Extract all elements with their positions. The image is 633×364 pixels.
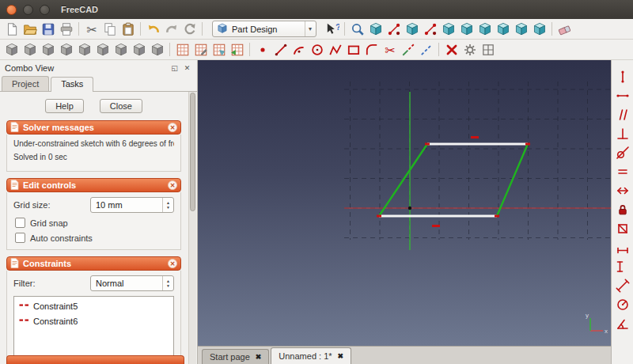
constrain-block-icon[interactable] (614, 220, 631, 237)
feature-chamfer-icon[interactable] (93, 40, 112, 59)
workbench-selector[interactable]: Part Design ▾ (212, 21, 316, 37)
copy-icon[interactable] (100, 20, 119, 38)
feature-mirror-icon[interactable] (130, 40, 148, 59)
constrain-horizontal-icon[interactable] (614, 87, 631, 104)
sketch-leave-icon[interactable] (228, 40, 246, 59)
refresh-icon[interactable] (180, 20, 199, 38)
feature-pocket-icon[interactable] (21, 40, 39, 59)
sketch-map-icon[interactable] (210, 40, 228, 59)
constraint-list-item[interactable]: Constraint6 (16, 313, 172, 328)
view-cube-icon[interactable] (512, 20, 530, 38)
feature-fillet-icon[interactable] (75, 40, 93, 59)
constraints-list[interactable]: Constraint5Constraint6 (13, 296, 174, 362)
circle-icon[interactable] (308, 40, 326, 59)
line-icon[interactable] (271, 40, 290, 59)
tab-close-icon[interactable]: ✖ (338, 352, 344, 360)
view-cube-icon[interactable] (439, 20, 457, 38)
grid-snap-checkbox[interactable] (15, 218, 25, 228)
close-task-button[interactable]: Close (100, 99, 142, 113)
constrain-perpendicular-icon[interactable] (614, 125, 631, 142)
grid-size-select[interactable]: 10 mm ▲ ▼ (90, 197, 174, 213)
3d-viewport[interactable]: x y (198, 60, 611, 346)
panel-close-icon[interactable]: ✕ (182, 63, 192, 74)
paste-icon[interactable] (119, 20, 137, 38)
spinner-arrows[interactable]: ▲ ▼ (162, 198, 173, 212)
constrain-equal-icon[interactable] (614, 163, 631, 180)
help-button[interactable]: Help (45, 99, 84, 113)
constrain-angle-icon[interactable] (614, 315, 631, 332)
save-document-icon[interactable] (39, 20, 57, 38)
sketch-canvas[interactable]: x y (198, 60, 611, 346)
whats-this-icon[interactable]: ? (323, 20, 341, 38)
feature-pad-icon[interactable] (2, 40, 21, 59)
sketch-axes[interactable] (344, 92, 611, 250)
collapse-icon[interactable]: ✕ (168, 123, 177, 132)
view-cube-icon[interactable] (457, 20, 476, 38)
delete-icon[interactable] (442, 40, 461, 59)
constrain-parallel-icon[interactable] (614, 106, 631, 123)
constrain-radius-icon[interactable] (614, 296, 631, 313)
eraser-icon[interactable] (555, 20, 574, 38)
view-cube-icon[interactable] (494, 20, 512, 38)
edit-controls-header[interactable]: Edit controls ✕ (6, 178, 181, 192)
constrain-vertical-icon[interactable] (614, 68, 631, 85)
grid-toggle-icon[interactable] (479, 40, 497, 59)
auto-constraints-checkbox[interactable] (15, 233, 25, 243)
sketch-vertices[interactable] (377, 143, 530, 218)
constrain-tangent-icon[interactable] (614, 144, 631, 161)
zoom-box-icon[interactable] (348, 20, 366, 38)
collapse-icon[interactable]: ✕ (168, 180, 177, 190)
spin-down-icon[interactable]: ▼ (166, 205, 170, 210)
sketch-edit-icon[interactable] (191, 40, 210, 59)
origin-point[interactable] (408, 207, 411, 210)
external-geometry-icon[interactable] (399, 40, 417, 59)
constrain-distance-x-icon[interactable] (614, 239, 631, 256)
constrain-lock-icon[interactable] (614, 201, 631, 218)
view-cube-icon[interactable] (476, 20, 494, 38)
view-cube-icon[interactable] (366, 20, 385, 38)
redo-icon[interactable] (162, 20, 180, 38)
sketch-edges[interactable] (379, 144, 528, 216)
tab-tasks[interactable]: Tasks (51, 77, 93, 92)
settings-icon[interactable] (461, 40, 479, 59)
sketch-new-icon[interactable] (173, 40, 191, 59)
fillet-sketch-icon[interactable] (362, 40, 381, 59)
construction-mode-icon[interactable] (417, 40, 435, 59)
scrollbar-thumb[interactable] (190, 93, 195, 211)
spinner-arrows[interactable]: ▲ ▼ (162, 276, 173, 290)
scrollbar[interactable] (188, 92, 196, 364)
rectangle-icon[interactable] (344, 40, 362, 59)
collapse-icon[interactable]: ✕ (168, 259, 177, 268)
document-tab[interactable]: Unnamed : 1*✖ (271, 347, 351, 364)
document-tab[interactable]: Start page✖ (202, 349, 269, 364)
constrain-symmetric-icon[interactable] (614, 182, 631, 199)
constraints-header[interactable]: Constraints ✕ (6, 256, 181, 271)
print-icon[interactable] (57, 20, 75, 38)
open-document-icon[interactable] (21, 20, 39, 38)
window-maximize-button[interactable] (40, 5, 50, 15)
arc-icon[interactable] (290, 40, 308, 59)
cut-icon[interactable]: ✂ (82, 20, 100, 38)
view-cube-icon[interactable] (403, 20, 421, 38)
panel-float-icon[interactable]: ◱ (169, 63, 180, 74)
tab-close-icon[interactable]: ✖ (256, 353, 262, 361)
sketch-nodes-icon[interactable] (421, 20, 439, 38)
trim-icon[interactable]: ✂ (381, 40, 399, 59)
feature-draft-icon[interactable] (112, 40, 130, 59)
feature-groove-icon[interactable] (57, 40, 75, 59)
window-close-button[interactable] (6, 5, 17, 15)
sketch-nodes-icon[interactable] (385, 20, 403, 38)
section-header-partial[interactable] (6, 355, 184, 364)
constrain-distance-y-icon[interactable] (614, 258, 631, 275)
point-icon[interactable] (253, 40, 271, 59)
undo-icon[interactable] (144, 20, 162, 38)
new-document-icon[interactable] (2, 20, 21, 38)
constrain-distance-icon[interactable] (614, 277, 631, 294)
filter-select[interactable]: Normal ▲ ▼ (90, 275, 174, 291)
solver-messages-header[interactable]: Solver messages ✕ (6, 120, 181, 135)
view-cube-icon[interactable] (530, 20, 548, 38)
polyline-icon[interactable] (326, 40, 344, 59)
spin-down-icon[interactable]: ▼ (166, 283, 170, 289)
constraint-list-item[interactable]: Constraint5 (16, 298, 172, 313)
window-minimize-button[interactable] (23, 5, 33, 15)
